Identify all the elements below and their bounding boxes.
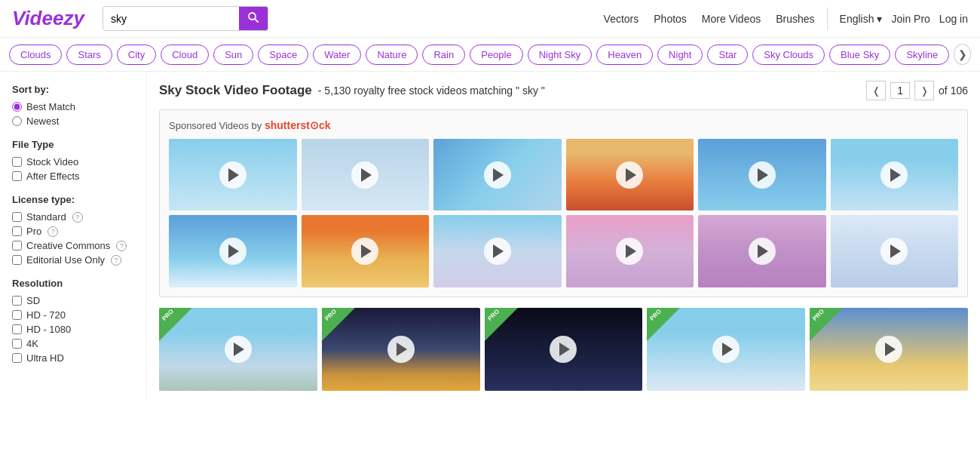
- play-button-12[interactable]: [880, 238, 908, 265]
- sponsored-thumb-7[interactable]: [169, 215, 297, 287]
- sponsored-thumb-9[interactable]: [433, 215, 562, 287]
- sponsored-thumb-8[interactable]: [302, 215, 430, 287]
- play-button-6[interactable]: [880, 161, 908, 189]
- pro-thumb-4[interactable]: PRO: [647, 308, 805, 391]
- play-button-3[interactable]: [484, 161, 511, 189]
- play-button-10[interactable]: [616, 238, 643, 265]
- resolution-sd[interactable]: SD: [12, 295, 134, 306]
- play-button-1[interactable]: [219, 161, 247, 189]
- play-icon-10: [626, 244, 636, 258]
- ultra-hd-checkbox[interactable]: [12, 353, 22, 363]
- tag-skyline[interactable]: Skyline: [895, 45, 949, 65]
- play-button-8[interactable]: [351, 238, 378, 265]
- play-button-p3[interactable]: [550, 336, 577, 363]
- sort-newest[interactable]: Newest: [12, 115, 134, 127]
- sponsored-thumb-3[interactable]: [433, 139, 562, 210]
- pro-info-icon[interactable]: ?: [47, 226, 58, 237]
- filter-creative-commons[interactable]: Creative Commons ?: [12, 240, 134, 251]
- hd720-label: HD - 720: [26, 309, 66, 321]
- play-button-p2[interactable]: [387, 336, 415, 363]
- editorial-info-icon[interactable]: ?: [111, 255, 121, 266]
- resolution-ultra-hd[interactable]: Ultra HD: [12, 352, 134, 364]
- filter-pro[interactable]: Pro ?: [12, 226, 134, 237]
- tag-sun[interactable]: Sun: [213, 45, 253, 65]
- play-button-9[interactable]: [484, 238, 511, 265]
- sponsored-thumb-2[interactable]: [302, 139, 430, 210]
- pro-thumb-3[interactable]: PRO: [485, 308, 643, 391]
- sponsored-thumb-5[interactable]: [698, 139, 826, 210]
- tag-heaven[interactable]: Heaven: [596, 45, 653, 65]
- join-pro-link[interactable]: Join Pro: [891, 13, 929, 25]
- tag-clouds[interactable]: Clouds: [9, 45, 62, 65]
- nav-brushes[interactable]: Brushes: [776, 13, 814, 25]
- pagination: ❬ 1 ❭ of 106: [866, 81, 968, 100]
- tag-nature[interactable]: Nature: [366, 45, 418, 65]
- sponsored-thumb-4[interactable]: [566, 139, 694, 210]
- play-icon-p1: [234, 343, 244, 356]
- standard-info-icon[interactable]: ?: [72, 212, 83, 223]
- search-button[interactable]: [239, 7, 268, 30]
- sponsored-thumb-6[interactable]: [831, 139, 959, 210]
- pro-checkbox[interactable]: [12, 226, 22, 236]
- play-button-11[interactable]: [749, 238, 776, 265]
- tag-stars[interactable]: Stars: [66, 45, 112, 65]
- search-input[interactable]: [103, 8, 239, 30]
- language-selector[interactable]: English ▾: [840, 13, 883, 25]
- tag-space[interactable]: Space: [258, 45, 308, 65]
- play-button-p5[interactable]: [875, 336, 902, 363]
- tag-rain[interactable]: Rain: [422, 45, 465, 65]
- hd1080-checkbox[interactable]: [12, 324, 22, 334]
- sort-best-match[interactable]: Best Match: [12, 101, 134, 112]
- play-button-p1[interactable]: [225, 336, 252, 363]
- sponsored-thumb-10[interactable]: [566, 215, 694, 287]
- filter-stock-video[interactable]: Stock Video: [12, 156, 134, 167]
- 4k-checkbox[interactable]: [12, 339, 22, 349]
- play-button-7[interactable]: [219, 238, 247, 265]
- prev-page-button[interactable]: ❬: [866, 81, 886, 100]
- nav-more-videos[interactable]: More Videos: [702, 13, 761, 25]
- creative-commons-checkbox[interactable]: [12, 241, 22, 250]
- pro-thumb-2[interactable]: PRO: [322, 308, 480, 391]
- hd720-checkbox[interactable]: [12, 310, 22, 320]
- tags-scroll-right[interactable]: ❯: [954, 44, 971, 65]
- shutterstock-logo[interactable]: shutterst⊙ck: [265, 119, 330, 131]
- filter-editorial-use[interactable]: Editorial Use Only ?: [12, 254, 134, 266]
- sort-best-match-radio[interactable]: [12, 102, 22, 112]
- nav-vectors[interactable]: Vectors: [604, 13, 639, 25]
- logo[interactable]: Videezy: [12, 7, 84, 30]
- resolution-hd1080[interactable]: HD - 1080: [12, 324, 134, 335]
- tag-sky-clouds[interactable]: Sky Clouds: [752, 45, 825, 65]
- page-number[interactable]: 1: [890, 82, 910, 99]
- editorial-use-checkbox[interactable]: [12, 255, 22, 265]
- tag-night-sky[interactable]: Night Sky: [528, 45, 593, 65]
- after-effects-checkbox[interactable]: [12, 171, 22, 181]
- standard-checkbox[interactable]: [12, 212, 22, 222]
- tag-water[interactable]: Water: [313, 45, 361, 65]
- log-in-link[interactable]: Log in: [939, 13, 968, 25]
- tag-blue-sky[interactable]: Blue Sky: [829, 45, 890, 65]
- sponsored-thumb-1[interactable]: [169, 139, 297, 210]
- nav-photos[interactable]: Photos: [654, 13, 687, 25]
- tag-city[interactable]: City: [117, 45, 156, 65]
- tag-cloud[interactable]: Cloud: [161, 45, 209, 65]
- next-page-button[interactable]: ❭: [914, 81, 934, 100]
- sponsored-thumb-12[interactable]: [831, 215, 959, 287]
- creative-commons-info-icon[interactable]: ?: [116, 241, 127, 251]
- play-button-2[interactable]: [351, 161, 378, 189]
- play-button-4[interactable]: [616, 161, 643, 189]
- resolution-hd720[interactable]: HD - 720: [12, 309, 134, 321]
- tag-people[interactable]: People: [470, 45, 522, 65]
- pro-thumb-5[interactable]: PRO: [810, 308, 968, 391]
- filter-after-effects[interactable]: After Effects: [12, 171, 134, 182]
- play-button-p4[interactable]: [712, 336, 740, 363]
- play-button-5[interactable]: [749, 161, 776, 189]
- sponsored-thumb-11[interactable]: [698, 215, 826, 287]
- pro-thumb-1[interactable]: PRO: [159, 308, 317, 391]
- sd-checkbox[interactable]: [12, 296, 22, 306]
- sort-newest-radio[interactable]: [12, 116, 22, 126]
- tag-night[interactable]: Night: [657, 45, 703, 65]
- stock-video-checkbox[interactable]: [12, 157, 22, 167]
- tag-star[interactable]: Star: [707, 45, 748, 65]
- filter-standard[interactable]: Standard ?: [12, 211, 134, 223]
- resolution-4k[interactable]: 4K: [12, 338, 134, 349]
